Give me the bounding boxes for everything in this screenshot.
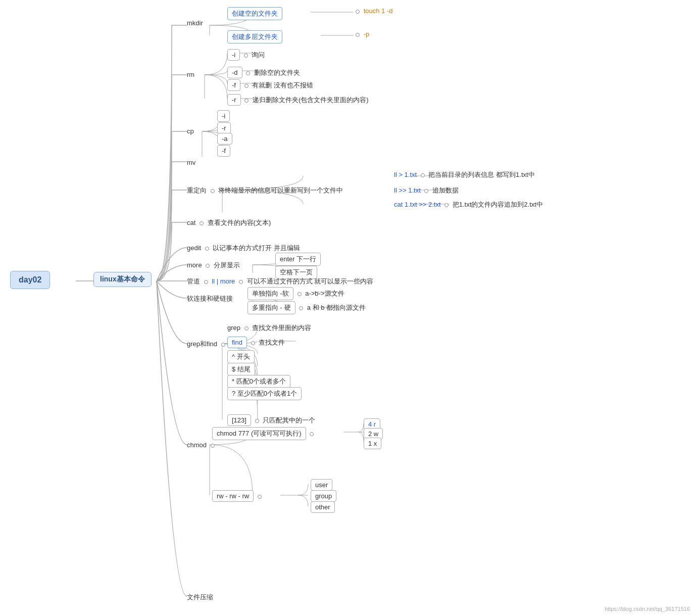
pipe-desc2: 可以不通过文件的方式 就可以显示一些内容 [247, 277, 374, 286]
mkdir-touch-node: touch 1 -d [354, 7, 392, 15]
chmod777-node: chmod 777 (可读可写可执行) [212, 427, 316, 440]
rm-d-circle [246, 71, 250, 75]
soft-circle [298, 292, 302, 296]
group-label: group [315, 492, 332, 500]
bracket-node: [123] 只匹配其中的一个 [227, 414, 315, 426]
pipe-circle2 [239, 280, 243, 284]
hat-label: ^ 开头 [232, 352, 250, 361]
redirect-c2-desc: 追加数据 [432, 186, 459, 195]
rm-i-node: -i 询问 [227, 49, 265, 61]
cp-f-label: -f [222, 147, 226, 155]
rm-d-desc: 删除空的文件夹 [254, 68, 300, 77]
pipe-label: 管道 [187, 277, 200, 286]
cat-node: cat 查看文件的内容(文本) [187, 218, 271, 227]
rm-i-circle [244, 54, 248, 58]
rm-r-desc: 递归删除文件夹(包含文件夹里面的内容) [253, 96, 369, 105]
rm-i-desc: 询问 [252, 51, 265, 60]
mkdir-p-circle [356, 33, 360, 37]
chmod-node: chmod [187, 441, 217, 449]
grep-node: grep 查找文件里面的内容 [227, 323, 311, 333]
more-node: more 分屏显示 [187, 261, 240, 270]
rwrwrw-label: rw - rw - rw [217, 492, 249, 500]
hard-circle [299, 306, 303, 310]
grep-label: grep [227, 324, 240, 331]
soft-label: 单独指向 -软 [252, 289, 289, 298]
chmod-4r-label: 4 r [368, 420, 376, 428]
more-space-label: 空格下一页 [280, 268, 313, 277]
chmod-1x-node: 1 x [364, 438, 381, 449]
hard-label: 多重指向 - 硬 [252, 303, 291, 312]
bracket-desc: 只匹配其中的一个 [263, 416, 315, 425]
rm-d-node: -d 删除空的文件夹 [227, 67, 300, 78]
redirect-c1-desc: 把当前目录的列表信息 都写到1.txt中 [428, 170, 534, 179]
dollar-label: $ 结尾 [232, 365, 251, 374]
redirect-c3-node: cat 1.txt >> 2.txt 把1.txt的文件内容追加到2.txt中 [394, 200, 543, 209]
redirect-c2-label: ll >> 1.txt [394, 186, 421, 194]
pipe-node: 管道 ll | more 可以不通过文件的方式 就可以显示一些内容 [187, 277, 373, 286]
redirect-c3-label: cat 1.txt >> 2.txt [394, 201, 441, 208]
redirect-node: 重定向 将终端显示的信息可以重新写到一个文件中 [187, 186, 343, 195]
main-node: linux基本命令 [93, 272, 152, 287]
more-label: more [187, 261, 202, 269]
redirect-c2-circle [424, 189, 428, 193]
mkdir-p-node: -p [354, 30, 369, 38]
chmod-circle [211, 444, 215, 448]
gedit-circle [205, 247, 209, 251]
redirect-c3-circle [444, 203, 449, 207]
mkdir-node: mkdir [187, 19, 203, 27]
root-label: day02 [10, 271, 50, 289]
other-label: other [315, 503, 330, 511]
redirect-c1-label: ll > 1.txt [394, 171, 417, 178]
cp-node: cp [187, 127, 194, 135]
redirect-c1-node: ll > 1.txt 把当前目录的列表信息 都写到1.txt中 [394, 170, 535, 179]
mkdir-c2-node: 创建多层文件夹 [227, 30, 282, 43]
group-node: group [311, 490, 336, 502]
chmod777-circle [310, 432, 314, 436]
cp-r-node: -r [217, 122, 231, 134]
mkdir-c1-label: 创建空的文件夹 [232, 9, 278, 18]
user-label: user [315, 481, 328, 489]
cp-a-node: -a [217, 133, 232, 145]
rm-f-label: -f [232, 81, 236, 89]
redirect-c1-circle [421, 173, 425, 177]
rm-i-label: -i [232, 51, 235, 59]
watermark: https://blog.csdn.net/qq_36171516 [605, 606, 690, 612]
mkdir-touch-label: touch 1 -d [364, 7, 393, 15]
mkdir-c1-node: 创建空的文件夹 [227, 7, 282, 20]
hard-node: 多重指向 - 硬 a 和 b 都指向源文件 [247, 301, 366, 314]
grepfind-node: grep和find [187, 340, 227, 349]
softhard-node: 软连接和硬链接 [187, 294, 233, 303]
mkdir-p-label: -p [364, 30, 370, 38]
rwrwrw-node: rw - rw - rw [212, 490, 264, 502]
grepfind-circle [221, 343, 225, 347]
find-node: find 查找文件 [227, 337, 285, 348]
cat-desc: 查看文件的内容(文本) [208, 218, 271, 227]
rm-r-circle [244, 99, 249, 103]
cat-circle [200, 221, 204, 225]
filecompress-label: 文件压缩 [187, 593, 213, 602]
find-circle [251, 341, 255, 345]
redirect-label: 重定向 [187, 186, 207, 195]
more-enter-node: enter 下一行 [275, 253, 321, 266]
redirect-c2-node: ll >> 1.txt 追加数据 [394, 186, 459, 195]
hat-node: ^ 开头 [227, 350, 255, 363]
chmod-2w-label: 2 w [368, 430, 378, 438]
bracket-circle [255, 419, 259, 423]
cp-i-label: -i [222, 112, 225, 120]
mkdir-touch-circle [356, 10, 360, 14]
dollar-node: $ 结尾 [227, 363, 255, 376]
softhard-label: 软连接和硬链接 [187, 294, 233, 303]
rwrwrw-circle [258, 495, 262, 499]
mkdir-c2-label: 创建多层文件夹 [232, 32, 278, 41]
filecompress-node: 文件压缩 [187, 593, 213, 602]
hard-desc: a 和 b 都指向源文件 [307, 303, 366, 312]
redirect-c3-desc: 把1.txt的文件内容追加到2.txt中 [453, 200, 543, 209]
pipe-desc: ll | more [212, 277, 235, 285]
question-node: ? 至少匹配0个或者1个 [227, 387, 302, 400]
rm-f-desc: 有就删 没有也不报错 [252, 81, 313, 90]
rm-f-circle [244, 84, 249, 88]
find-desc: 查找文件 [259, 338, 285, 347]
bracket-label: [123] [232, 416, 246, 424]
chmod777-label: chmod 777 (可读可写可执行) [217, 429, 302, 438]
rm-d-label: -d [232, 69, 238, 76]
